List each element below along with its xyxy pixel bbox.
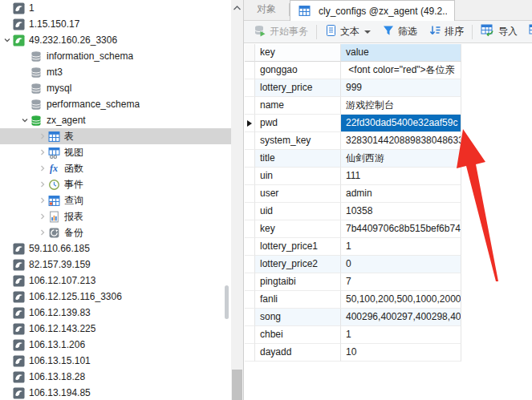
row-gutter[interactable] <box>245 238 255 256</box>
cell-value[interactable]: 3283014420889838048633 <box>341 132 461 150</box>
row-gutter[interactable] <box>245 220 255 238</box>
cell-key[interactable]: pingtaibi <box>255 273 341 291</box>
cell-value[interactable]: 1 <box>341 238 461 256</box>
tree-item[interactable]: 82.157.39.159 <box>0 257 231 273</box>
tree-item[interactable]: 查询 <box>0 192 231 208</box>
column-header-value[interactable]: value <box>341 44 461 62</box>
current-row-gutter[interactable] <box>245 115 255 132</box>
cell-value[interactable]: 50,100,200,500,1000,2000 <box>341 291 461 309</box>
cell-key[interactable]: key <box>255 220 341 238</box>
row-gutter[interactable] <box>245 132 255 150</box>
tab-table-cly-configs[interactable]: cly_configs @zx_agent (49.2... <box>290 0 455 21</box>
chevron-down-icon[interactable] <box>2 35 12 46</box>
cell-value[interactable]: 400296,400297,400298,40 <box>341 309 461 326</box>
tree-item[interactable]: 106.12.125.116_3306 <box>0 289 231 305</box>
scroll-up-icon[interactable] <box>231 2 243 14</box>
sort-button[interactable]: 排序 <box>423 22 469 42</box>
pane-splitter-handle[interactable] <box>225 285 229 319</box>
cell-value[interactable]: 1 <box>341 326 461 344</box>
tree-item[interactable]: performance_schema <box>0 96 231 112</box>
cell-value[interactable]: 999 <box>341 79 461 97</box>
row-gutter[interactable] <box>245 291 255 309</box>
table-row: song400296,400297,400298,40 <box>245 309 461 326</box>
begin-transaction-button[interactable]: 开始事务 <box>248 22 314 42</box>
row-gutter[interactable] <box>245 185 255 203</box>
tree-item[interactable]: mt3 <box>0 64 231 80</box>
row-gutter[interactable] <box>245 62 255 79</box>
cell-key[interactable]: fanli <box>255 291 341 309</box>
cell-value[interactable]: admin <box>341 185 461 203</box>
tree-item[interactable]: zx_agent <box>0 112 231 128</box>
row-gutter[interactable] <box>245 97 255 115</box>
cell-key[interactable]: chbei <box>255 326 341 344</box>
cell-key[interactable]: dayadd <box>255 344 341 362</box>
cell-value[interactable]: 仙剑西游 <box>341 150 461 168</box>
row-gutter[interactable] <box>245 344 255 362</box>
column-header-key[interactable]: key <box>255 44 341 62</box>
cell-value[interactable]: 10358 <box>341 203 461 220</box>
tree-item[interactable]: 备份 <box>0 224 231 240</box>
export-button[interactable]: 导出 <box>523 22 532 42</box>
cell-key[interactable]: gonggao <box>255 62 341 79</box>
scrollbar-thumb[interactable] <box>232 370 242 400</box>
tree-item[interactable]: 106.12.107.213 <box>0 273 231 289</box>
cell-value[interactable]: 0 <box>341 256 461 273</box>
tree-item[interactable]: 表 <box>0 128 231 144</box>
cell-key[interactable]: user <box>255 185 341 203</box>
tree-item[interactable]: 106.13.1.206 <box>0 337 231 353</box>
cell-value[interactable]: 游戏控制台 <box>341 97 461 115</box>
tree-item[interactable]: information_schema <box>0 48 231 64</box>
tree-item[interactable]: 1.15.150.17 <box>0 16 231 32</box>
chevron-right-icon[interactable] <box>37 212 47 222</box>
import-button[interactable]: 导入 <box>475 22 523 42</box>
row-gutter[interactable] <box>245 326 255 344</box>
chevron-right-icon[interactable] <box>37 180 47 190</box>
row-gutter[interactable] <box>245 79 255 97</box>
tree-item[interactable]: 59.110.66.185 <box>0 240 231 257</box>
sidebar-scrollbar[interactable] <box>231 0 243 400</box>
row-gutter[interactable] <box>245 150 255 168</box>
cell-value-selected[interactable]: 22fd30dad5400e32aaf59c <box>341 115 461 132</box>
row-gutter[interactable] <box>245 273 255 291</box>
cell-value[interactable]: <font color="red">各位亲 <box>341 62 461 79</box>
cell-key[interactable]: lottery_price1 <box>255 238 341 256</box>
cell-value[interactable]: 7 <box>341 273 461 291</box>
tree-item[interactable]: 1 <box>0 0 231 16</box>
tree-item[interactable]: 视图 <box>0 144 231 160</box>
tree-item[interactable]: 106.12.139.83 <box>0 305 231 321</box>
cell-key[interactable]: uin <box>255 168 341 185</box>
cell-value[interactable]: 7b4409706c8b515bef6b74 <box>341 220 461 238</box>
chevron-right-icon[interactable] <box>37 131 47 142</box>
tree-item[interactable]: 106.13.18.28 <box>0 369 231 385</box>
chevron-right-icon[interactable] <box>37 164 47 174</box>
tree-item[interactable]: 报表 <box>0 208 231 224</box>
row-gutter[interactable] <box>245 168 255 185</box>
tree-item[interactable]: 106.13.15.101 <box>0 353 231 369</box>
tree-item[interactable]: mysql <box>0 80 231 96</box>
row-gutter[interactable] <box>245 309 255 326</box>
chevron-right-icon[interactable] <box>37 147 47 158</box>
cell-key[interactable]: song <box>255 309 341 326</box>
tree-item[interactable]: fx函数 <box>0 160 231 176</box>
cell-value[interactable]: 111 <box>341 168 461 185</box>
tree-item[interactable]: 事件 <box>0 176 231 192</box>
cell-key[interactable]: name <box>255 97 341 115</box>
chevron-right-icon[interactable] <box>37 228 47 238</box>
tree-item[interactable]: 49.232.160.26_3306 <box>0 32 231 48</box>
text-view-button[interactable]: 文本 <box>319 22 376 42</box>
filter-button[interactable]: 筛选 <box>376 22 423 42</box>
cell-key[interactable]: uid <box>255 203 341 220</box>
cell-key[interactable]: pwd <box>255 115 341 132</box>
row-gutter[interactable] <box>245 203 255 220</box>
chevron-right-icon[interactable] <box>37 196 47 206</box>
cell-value[interactable]: 10 <box>341 344 461 362</box>
cell-key[interactable]: title <box>255 150 341 168</box>
cell-key[interactable]: system_key <box>255 132 341 150</box>
chevron-down-icon[interactable] <box>19 115 30 126</box>
tab-objects[interactable]: 对象 <box>244 0 289 20</box>
tree-item[interactable]: 106.13.194.85 <box>0 385 231 400</box>
cell-key[interactable]: lottery_price <box>255 79 341 97</box>
cell-key[interactable]: lottery_price2 <box>255 256 341 273</box>
tree-item[interactable]: 106.12.143.225 <box>0 321 231 337</box>
row-gutter[interactable] <box>245 256 255 273</box>
